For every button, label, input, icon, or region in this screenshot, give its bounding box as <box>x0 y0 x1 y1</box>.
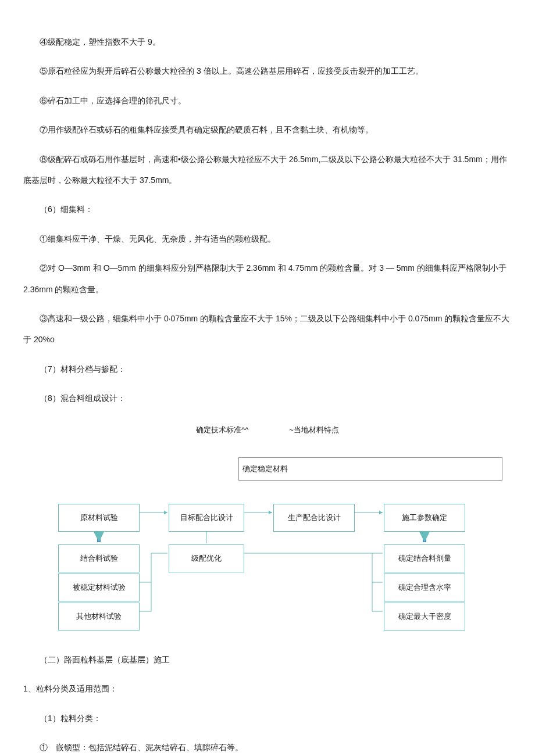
node-water-content: 确定合理含水率 <box>384 574 465 601</box>
text-line: ⑧级配碎石或砾石用作基层时，高速和•级公路公称最大粒径应不大于 26.5mm,二… <box>23 149 512 191</box>
text-line: （1）粒料分类： <box>23 708 512 729</box>
node-stable-test: 被稳定材料试验 <box>58 574 140 601</box>
text-line: ⑥碎石加工中，应选择合理的筛孔尺寸。 <box>23 90 512 111</box>
node-gradation-opt: 级配优化 <box>169 544 244 572</box>
text-line: （7）材料分档与掺配： <box>23 359 512 379</box>
node-raw-test: 原材料试验 <box>58 504 140 532</box>
section-heading: （二）路面粒料基层（底基层）施工 <box>23 649 512 670</box>
text-line: 1、粒料分类及适用范围： <box>23 678 512 699</box>
node-binder-test: 结合料试验 <box>58 544 140 572</box>
text-line: ⑤原石粒径应为裂开后碎石公称最大粒径的 3 倍以上。高速公路基层用碎石，应接受反… <box>23 60 512 81</box>
text-line: ②对 O—3mm 和 O—5mm 的细集料应分别严格限制大于 2.36mm 和 … <box>23 257 512 300</box>
label-local-material: ~当地材料特点 <box>289 420 339 440</box>
text-line: （8）混合料组成设计： <box>23 388 512 409</box>
flow-top-labels: 确定技术标准^^ ~当地材料特点 <box>23 420 512 440</box>
node-binder-dose: 确定结合料剂量 <box>384 544 465 572</box>
node-production-mix: 生产配合比设计 <box>273 504 355 532</box>
text-line: ①细集料应干净、干燥、无风化、无杂质，并有适当的颗粒级配。 <box>23 228 512 249</box>
text-line: ⑦用作级配碎石或砾石的粗集料应接受具有确定级配的硬质石料，且不含黏土块、有机物等… <box>23 119 512 140</box>
text-line: ③高速和一级公路，细集料中小于 0·075mm 的颗粒含量应不大于 15%；二级… <box>23 308 512 350</box>
node-construction-param: 施工参数确定 <box>384 504 465 532</box>
text-line: （6）细集料： <box>23 199 512 220</box>
node-max-density: 确定最大干密度 <box>384 603 465 630</box>
flowchart: 原材料试验 目标配合比设计 生产配合比设计 施工参数确定 结合料试验 级配优化 … <box>58 504 477 620</box>
node-other-test: 其他材料试验 <box>58 603 140 630</box>
text-line: ④级配稳定，塑性指数不大于 9。 <box>23 31 512 52</box>
label-tech-standard: 确定技术标准^^ <box>196 420 248 440</box>
box-determine-stable-material: 确定稳定材料 <box>238 457 502 481</box>
text-line: ① 嵌锁型：包括泥结碎石、泥灰结碎石、填隙碎石等。 <box>23 737 512 756</box>
node-target-mix: 目标配合比设计 <box>169 504 244 532</box>
